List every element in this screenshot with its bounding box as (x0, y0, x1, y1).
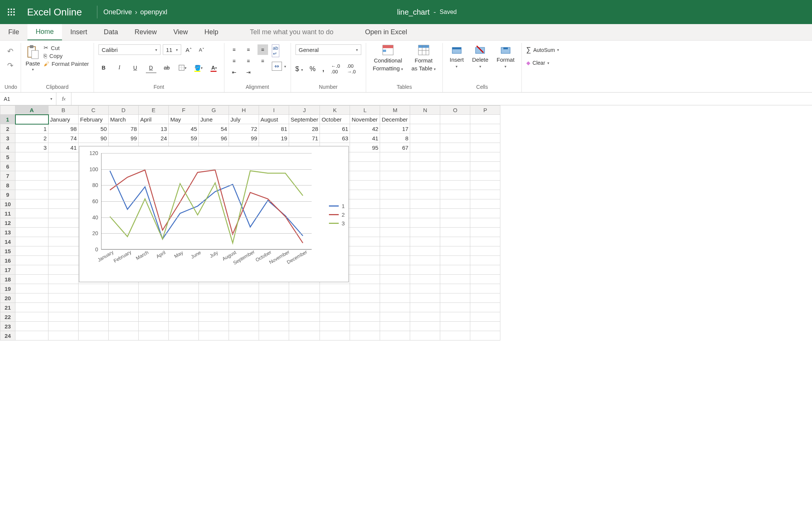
cell[interactable] (440, 265, 470, 275)
cell[interactable]: 24 (139, 134, 169, 143)
cell[interactable] (440, 218, 470, 228)
row-header[interactable]: 7 (0, 171, 15, 181)
breadcrumb-folder[interactable]: openpyxl (140, 8, 167, 16)
cell[interactable] (350, 293, 380, 303)
cell[interactable] (48, 303, 79, 312)
cell[interactable] (440, 275, 470, 284)
row-header[interactable]: 18 (0, 275, 15, 284)
cell[interactable]: 74 (48, 134, 79, 143)
cell[interactable] (48, 228, 79, 237)
cut-button[interactable]: ✂Cut (44, 44, 89, 51)
shrink-font-icon[interactable]: A˅ (196, 44, 207, 55)
grow-font-icon[interactable]: A˄ (183, 44, 194, 55)
cell[interactable] (15, 209, 48, 218)
cell[interactable] (380, 246, 410, 256)
cell[interactable] (15, 162, 48, 171)
cell[interactable] (48, 322, 79, 331)
cell[interactable]: 50 (79, 124, 109, 134)
cell[interactable] (470, 181, 500, 190)
cell[interactable] (15, 115, 48, 124)
cell[interactable] (169, 303, 199, 312)
cell[interactable] (470, 293, 500, 303)
cell[interactable] (109, 331, 139, 340)
cell[interactable] (48, 293, 79, 303)
row-header[interactable]: 4 (0, 143, 15, 152)
row-header[interactable]: 6 (0, 162, 15, 171)
tab-data[interactable]: Data (95, 24, 126, 40)
cell[interactable]: August (259, 115, 289, 124)
cell[interactable] (470, 199, 500, 209)
cell[interactable]: May (169, 115, 199, 124)
row-header[interactable]: 3 (0, 134, 15, 143)
cell[interactable]: October (320, 115, 350, 124)
cell[interactable] (410, 275, 440, 284)
cell[interactable] (380, 322, 410, 331)
cell[interactable] (470, 228, 500, 237)
format-cells-button[interactable]: Format▾ (494, 44, 517, 68)
cell[interactable] (109, 284, 139, 293)
cell[interactable] (440, 228, 470, 237)
cell[interactable] (440, 152, 470, 162)
cell[interactable]: 95 (350, 143, 380, 152)
fill-color-dropdown[interactable]: 🪣▾ (193, 62, 204, 73)
cell[interactable]: 41 (48, 143, 79, 152)
cell[interactable] (410, 162, 440, 171)
cell[interactable] (470, 312, 500, 322)
cell[interactable] (440, 331, 470, 340)
cell[interactable] (350, 265, 380, 275)
cell[interactable] (15, 331, 48, 340)
align-top-icon[interactable]: ≡ (229, 44, 239, 55)
tell-me-search[interactable]: Tell me what you want to do (242, 24, 342, 40)
cell[interactable] (470, 152, 500, 162)
cell[interactable] (169, 312, 199, 322)
format-as-table-button[interactable]: Format as Table ▾ (409, 44, 438, 71)
cell[interactable] (229, 331, 259, 340)
cell[interactable]: 19 (259, 134, 289, 143)
cell[interactable] (470, 322, 500, 331)
cell[interactable] (229, 293, 259, 303)
cell[interactable] (410, 293, 440, 303)
cell[interactable] (470, 209, 500, 218)
row-header[interactable]: 15 (0, 246, 15, 256)
row-header[interactable]: 11 (0, 209, 15, 218)
column-header[interactable]: J (289, 106, 320, 115)
cell[interactable] (15, 275, 48, 284)
column-header[interactable]: D (109, 106, 139, 115)
cell[interactable] (470, 162, 500, 171)
cell[interactable] (470, 331, 500, 340)
cell[interactable] (380, 199, 410, 209)
cell[interactable] (289, 293, 320, 303)
cell[interactable] (48, 284, 79, 293)
cell[interactable] (380, 152, 410, 162)
cell[interactable] (410, 284, 440, 293)
cell[interactable] (15, 293, 48, 303)
cell[interactable] (199, 322, 229, 331)
cell[interactable] (410, 331, 440, 340)
cell[interactable] (440, 312, 470, 322)
cell[interactable] (440, 115, 470, 124)
cell[interactable] (199, 312, 229, 322)
tab-help[interactable]: Help (196, 24, 227, 40)
cell[interactable] (48, 275, 79, 284)
clear-button[interactable]: ◆Clear▾ (526, 60, 549, 66)
cell[interactable] (259, 312, 289, 322)
cell[interactable] (350, 237, 380, 246)
cell[interactable] (410, 199, 440, 209)
cell[interactable]: 78 (109, 124, 139, 134)
comma-format-button[interactable]: , (323, 65, 324, 73)
cell[interactable] (15, 246, 48, 256)
cell[interactable] (199, 284, 229, 293)
column-header[interactable]: K (320, 106, 350, 115)
cell[interactable] (48, 218, 79, 228)
cell[interactable] (48, 237, 79, 246)
cell[interactable] (289, 303, 320, 312)
cell[interactable] (410, 256, 440, 265)
borders-dropdown[interactable]: ▾ (177, 62, 188, 73)
cell[interactable] (380, 284, 410, 293)
cell[interactable] (410, 322, 440, 331)
cell[interactable] (350, 181, 380, 190)
row-header[interactable]: 1 (0, 115, 15, 124)
delete-cells-button[interactable]: Delete▾ (470, 44, 491, 68)
cell[interactable] (139, 293, 169, 303)
decrease-indent-icon[interactable]: ⇤ (229, 67, 239, 78)
